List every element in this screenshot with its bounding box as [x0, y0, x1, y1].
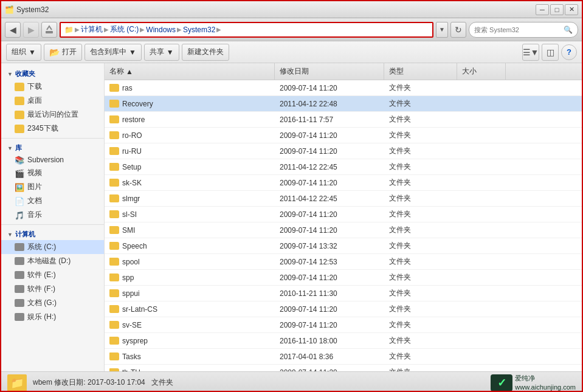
g-drive-label: 文档 (G:) — [27, 298, 57, 308]
sidebar-item-documents[interactable]: 📄 文档 — [1, 194, 104, 208]
preview-pane-button[interactable]: ◫ — [542, 44, 559, 61]
open-button[interactable]: 📂 打开 — [44, 44, 82, 61]
path-system32[interactable]: System32 — [183, 26, 215, 34]
refresh-button[interactable]: ↻ — [450, 22, 466, 38]
file-type-cell: 文件夹 — [384, 254, 457, 269]
table-row[interactable]: spp2009-07-14 11:20文件夹 — [105, 270, 582, 286]
sidebar-item-h-drive[interactable]: 娱乐 (H:) — [1, 310, 104, 324]
sidebar-item-recent[interactable]: 最近访问的位置 — [1, 108, 104, 122]
file-type-cell: 文件夹 — [384, 128, 457, 143]
table-row[interactable]: sk-SK2009-07-14 11:20文件夹 — [105, 175, 582, 191]
table-row[interactable]: sppui2010-11-21 11:30文件夹 — [105, 286, 582, 301]
sidebar-section-computer: ▼ 计算机 — [1, 227, 104, 240]
sidebar-item-desktop[interactable]: 桌面 — [1, 94, 104, 108]
sidebar-item-e-drive[interactable]: 软件 (E:) — [1, 268, 104, 282]
search-input[interactable] — [474, 26, 561, 33]
file-name-cell: slmgr — [105, 191, 275, 206]
file-name-cell: sv-SE — [105, 317, 275, 332]
file-modified-cell: 2009-07-14 11:20 — [275, 143, 384, 159]
library-expand-icon[interactable]: ▼ — [7, 145, 13, 151]
up-button[interactable] — [41, 22, 57, 38]
file-modified-cell: 2009-07-14 11:20 — [275, 301, 384, 317]
table-row[interactable]: Speech2009-07-14 13:32文件夹 — [105, 238, 582, 254]
file-modified-cell: 2009-07-14 11:20 — [275, 270, 384, 285]
search-box[interactable]: 🔍 — [469, 22, 578, 38]
table-row[interactable]: slmgr2011-04-12 22:45文件夹 — [105, 191, 582, 207]
title-bar-left: 🗂️ System32 — [5, 5, 49, 14]
sidebar-item-pictures[interactable]: 🖼️ 图片 — [1, 180, 104, 194]
main-content: ▼ 收藏夹 下载 桌面 最近访问的位置 2345下载 ▼ 库 📚 Subvers… — [1, 63, 582, 371]
view-options-button[interactable]: ☰▼ — [522, 44, 539, 61]
sidebar-section-favorites: ▼ 收藏夹 — [1, 67, 104, 80]
share-button[interactable]: 共享 ▼ — [144, 44, 179, 61]
sidebar-item-subversion[interactable]: 📚 Subversion — [1, 154, 104, 166]
table-row[interactable]: ras2009-07-14 11:20文件夹 — [105, 80, 582, 96]
new-folder-button[interactable]: 新建文件夹 — [182, 44, 229, 61]
file-size-cell — [457, 80, 506, 95]
table-row[interactable]: Setup2011-04-12 22:45文件夹 — [105, 159, 582, 175]
file-modified-cell: 2009-07-14 11:20 — [275, 175, 384, 190]
table-row[interactable]: restore2016-11-11 7:57文件夹 — [105, 112, 582, 128]
close-button[interactable]: ✕ — [565, 4, 578, 15]
table-row[interactable]: Tasks2017-04-01 8:36文件夹 — [105, 349, 582, 365]
status-bar: 📁 wbem 修改日期: 2017-03-10 17:04 文件夹 ✓ 爱纯净 … — [1, 371, 582, 392]
folder-icon — [109, 289, 119, 297]
folder-icon — [109, 84, 119, 92]
table-row[interactable]: SMI2009-07-14 11:20文件夹 — [105, 222, 582, 238]
table-row[interactable]: sr-Latn-CS2009-07-14 11:20文件夹 — [105, 301, 582, 317]
address-dropdown[interactable]: ▼ — [436, 22, 448, 38]
folder-icon — [109, 131, 119, 139]
sidebar-item-c-drive[interactable]: 系统 (C:) — [1, 240, 104, 254]
status-filetype: 文件夹 — [151, 377, 173, 388]
file-name-cell: ro-RO — [105, 128, 275, 143]
path-drive[interactable]: 系统 (C:) — [110, 24, 139, 35]
address-path[interactable]: 📁 ▶ 计算机 ▶ 系统 (C:) ▶ Windows ▶ System32 ▶ — [60, 22, 433, 38]
minimize-button[interactable]: ─ — [536, 4, 549, 15]
pictures-lib-icon: 🖼️ — [15, 183, 24, 191]
downloads-folder-icon — [15, 83, 24, 91]
favorites-label: 收藏夹 — [15, 69, 35, 78]
table-row[interactable]: th-TH2009-07-14 11:20文件夹 — [105, 365, 582, 371]
file-type-cell: 文件夹 — [384, 333, 457, 348]
maximize-button[interactable]: □ — [550, 4, 564, 15]
sidebar-item-music[interactable]: 🎵 音乐 — [1, 208, 104, 222]
table-row[interactable]: sl-SI2009-07-14 11:20文件夹 — [105, 207, 582, 222]
documents-lib-icon: 📄 — [15, 197, 24, 205]
path-computer[interactable]: 计算机 — [81, 24, 103, 35]
include-library-button[interactable]: 包含到库中 ▼ — [85, 44, 142, 61]
table-row[interactable]: ro-RO2009-07-14 11:20文件夹 — [105, 128, 582, 143]
organize-button[interactable]: 组织 ▼ — [6, 44, 41, 61]
back-button[interactable]: ◀ — [5, 22, 21, 38]
file-name-cell: sppui — [105, 286, 275, 301]
col-type[interactable]: 类型 — [384, 63, 457, 80]
file-size-cell — [457, 96, 506, 111]
col-name[interactable]: 名称 ▲ — [105, 63, 275, 80]
table-row[interactable]: spool2009-07-14 12:53文件夹 — [105, 254, 582, 270]
video-lib-icon: 🎬 — [15, 169, 24, 177]
favorites-expand-icon[interactable]: ▼ — [7, 71, 13, 77]
sidebar-item-2345[interactable]: 2345下载 — [1, 122, 104, 136]
table-row[interactable]: ru-RU2009-07-14 11:20文件夹 — [105, 143, 582, 159]
forward-button[interactable]: ▶ — [23, 22, 39, 38]
sidebar-item-g-drive[interactable]: 文档 (G:) — [1, 296, 104, 310]
help-button[interactable]: ? — [561, 44, 577, 60]
file-type-cell: 文件夹 — [384, 143, 457, 159]
sidebar-item-d-drive[interactable]: 本地磁盘 (D:) — [1, 254, 104, 268]
file-list-body[interactable]: ras2009-07-14 11:20文件夹Recovery2011-04-12… — [105, 80, 582, 371]
sidebar-item-downloads[interactable]: 下载 — [1, 80, 104, 94]
file-type-cell: 文件夹 — [384, 80, 457, 95]
sidebar-item-f-drive[interactable]: 软件 (F:) — [1, 282, 104, 296]
table-row[interactable]: sysprep2016-11-10 18:00文件夹 — [105, 333, 582, 349]
file-type-cell: 文件夹 — [384, 207, 457, 222]
computer-expand-icon[interactable]: ▼ — [7, 232, 13, 238]
table-row[interactable]: sv-SE2009-07-14 11:20文件夹 — [105, 317, 582, 333]
col-modified[interactable]: 修改日期 — [275, 63, 384, 80]
file-size-cell — [457, 112, 506, 127]
table-row[interactable]: Recovery2011-04-12 22:48文件夹 — [105, 96, 582, 112]
path-windows[interactable]: Windows — [146, 26, 176, 34]
col-size[interactable]: 大小 — [457, 63, 506, 80]
sidebar-item-video[interactable]: 🎬 视频 — [1, 166, 104, 180]
search-icon[interactable]: 🔍 — [563, 25, 573, 35]
folder-icon — [109, 273, 119, 281]
watermark-text: 爱纯净 www.aichunjing.com — [515, 374, 576, 391]
